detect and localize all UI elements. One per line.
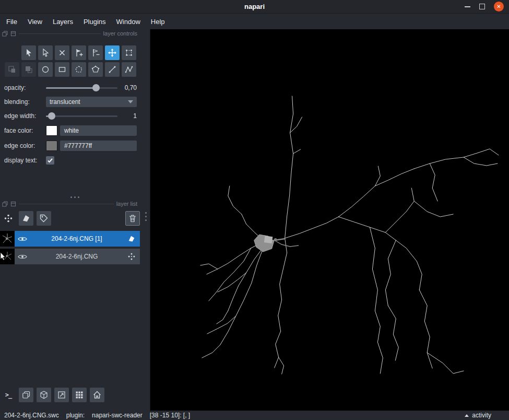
line-tool[interactable] [105,62,120,77]
blending-label: blending: [4,98,46,106]
menu-file[interactable]: File [1,16,22,28]
tool-grid-spacer [5,45,19,60]
napari-window: napari ✕ File View Layers Plugins Window… [0,0,509,420]
new-points-layer-button[interactable] [1,211,16,226]
window-controls: ✕ [465,2,509,11]
menu-layers[interactable]: Layers [48,16,78,28]
ellipse-tool[interactable] [38,62,53,77]
layer-list-titlebar: layer list [0,200,150,208]
edge-width-slider-handle[interactable] [48,112,55,120]
points-layer-icon [123,252,140,261]
polygon-tool[interactable] [88,62,103,77]
status-filename: 204-2-6nj.CNG.swc [4,412,59,419]
move-front-tool[interactable] [5,62,19,77]
blending-row: blending: translucent [4,96,137,108]
maximize-icon[interactable] [479,4,485,9]
menu-view[interactable]: View [22,16,48,28]
layer-row-shapes[interactable]: 204-2-6nj.CNG [1] [0,231,140,247]
transpose-dimensions-button[interactable] [54,388,69,402]
menu-plugins[interactable]: Plugins [78,16,111,28]
chevron-up-icon [465,414,469,417]
new-labels-layer-button[interactable] [37,211,51,226]
display-text-row: display text: [4,154,137,167]
opacity-slider[interactable] [46,84,117,91]
path-tool[interactable] [122,62,136,77]
edge-width-slider[interactable] [46,112,117,120]
layer-list-resize-handle[interactable] [145,212,147,221]
activity-toggle[interactable]: activity [465,412,491,419]
delete-shape-tool[interactable] [55,45,69,60]
select-shapes-tool[interactable] [21,45,36,60]
shapes-layer-icon [123,235,140,243]
roll-dims-icon [39,390,49,400]
layer-thumbnail [0,231,15,247]
ndisplay-icon [21,390,31,400]
grid-view-button[interactable] [72,388,87,402]
new-shapes-layer-button[interactable] [19,211,33,226]
undock-panel-icon[interactable] [2,31,8,37]
viewer-canvas[interactable] [150,29,509,411]
menu-window[interactable]: Window [111,16,146,28]
eye-icon [18,253,27,260]
edge-color-input[interactable]: #777777ff [60,141,137,151]
undock-panel-icon[interactable] [2,201,8,207]
layer-controls-titlebar: layer controls [0,29,150,38]
opacity-label: opacity: [4,84,46,91]
check-icon [47,157,53,164]
opacity-slider-handle[interactable] [92,84,100,91]
window-title: napari [0,3,509,10]
console-icon: >_ [5,391,11,399]
edge-color-label: edge color: [4,142,46,149]
grid-icon [75,390,84,400]
home-icon [92,390,102,400]
edge-color-swatch[interactable] [46,141,57,151]
eye-icon [18,236,27,242]
layer-visibility-toggle[interactable] [15,253,30,260]
title-bar[interactable]: napari ✕ [0,0,509,14]
vertex-insert-tool[interactable] [72,45,86,60]
face-color-input[interactable]: white [60,125,137,136]
transpose-icon [57,390,66,400]
points-icon [4,214,13,223]
status-bar: 204-2-6nj.CNG.swc plugin: napari-swc-rea… [0,411,509,420]
opacity-row: opacity: 0,70 [4,81,137,94]
shape-tool-grid [5,45,150,77]
ndisplay-toggle-button[interactable] [19,388,33,402]
move-back-tool[interactable] [21,62,36,77]
direct-select-tool[interactable] [38,45,53,60]
menu-help[interactable]: Help [146,16,170,28]
layer-name: 204-2-6nj.CNG [1] [30,235,123,242]
vertex-remove-tool[interactable] [88,45,103,60]
display-text-label: display text: [4,157,46,164]
face-color-row: face color: white [4,124,137,137]
hide-panel-icon[interactable] [10,31,16,37]
layer-rows: 204-2-6nj.CNG [1] 204-2-6nj.CNG [0,231,140,264]
tag-icon [39,214,49,223]
hide-panel-icon[interactable] [10,201,16,207]
delete-layer-button[interactable] [125,211,140,226]
pan-zoom-tool[interactable] [105,45,120,60]
rectangle-tool[interactable] [55,62,69,77]
layer-name: 204-2-6nj.CNG [30,253,123,260]
layer-thumbnail [0,249,15,264]
layer-controls-form: opacity: 0,70 blending: tran [4,81,137,167]
layer-row-points[interactable]: 204-2-6nj.CNG [0,249,140,264]
home-button[interactable] [90,388,104,402]
transform-tool[interactable] [122,45,136,60]
blending-dropdown[interactable]: translucent [46,97,137,107]
lasso-tool[interactable] [72,62,86,77]
layer-visibility-toggle[interactable] [15,236,30,242]
status-plugin-name: napari-swc-reader [92,412,143,419]
display-text-checkbox[interactable] [46,156,54,165]
face-color-swatch[interactable] [46,125,57,136]
close-icon[interactable]: ✕ [494,2,504,11]
console-button[interactable]: >_ [1,388,16,402]
blending-value: translucent [50,98,80,106]
edge-width-row: edge width: 1 [4,110,137,122]
panel-resize-handle[interactable] [0,194,150,200]
roll-dimensions-button[interactable] [37,388,51,402]
layer-list-toolbar [1,211,140,226]
edge-width-label: edge width: [4,112,46,120]
shapes-icon [21,214,31,223]
minimize-icon[interactable] [465,6,470,7]
